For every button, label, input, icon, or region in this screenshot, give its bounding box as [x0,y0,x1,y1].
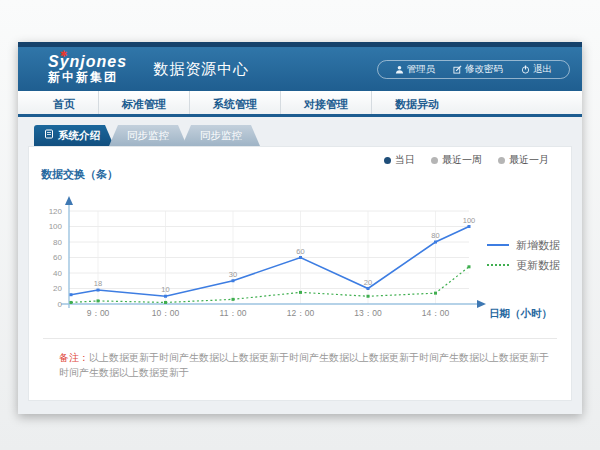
footnote: 备注：以上数据更新于时间产生数据以上数据更新于时间产生数据以上数据更新于时间产生… [59,350,555,380]
legend-label: 更新数据 [516,258,560,273]
logo-star-icon: ✱ [60,50,68,59]
svg-text:11：00: 11：00 [220,308,247,318]
svg-text:80: 80 [431,231,439,240]
footnote-prefix: 备注： [59,352,89,363]
legend-swatch-solid [487,244,509,246]
tab-sync-monitor-2[interactable]: 同步监控 [182,125,260,146]
filter-today[interactable]: 当日 [384,153,415,167]
radio-icon [384,157,391,164]
desktop-background: Synjones ✱ 新中新集团 数据资源中心 管理员 修改密码 [0,0,600,450]
nav-item-data-changes[interactable]: 数据异动 [371,91,462,114]
nav-item-system[interactable]: 系统管理 [189,91,280,114]
logout-label: 退出 [533,63,552,76]
svg-text:30: 30 [229,270,237,279]
logo-subtext: 新中新集团 [48,71,127,84]
filter-last-month[interactable]: 最近一月 [498,153,549,167]
logout-button[interactable]: 退出 [512,63,561,76]
time-range-filters: 当日 最近一周 最近一月 [384,153,549,167]
filter-label: 当日 [395,153,415,167]
nav-item-home[interactable]: 首页 [30,91,98,114]
change-password-label: 修改密码 [465,63,503,76]
svg-text:80: 80 [53,238,62,247]
user-menu[interactable]: 管理员 [386,63,445,76]
svg-text:日期（小时）: 日期（小时） [489,307,552,320]
content-area: 系统介绍 同步监控 同步监控 当日 最近一周 [18,117,582,409]
change-password-button[interactable]: 修改密码 [444,63,512,76]
tab-label: 系统介绍 [58,125,100,146]
filter-label: 最近一周 [442,153,482,167]
nav-item-standards[interactable]: 标准管理 [98,91,189,114]
svg-text:60: 60 [296,247,304,256]
svg-text:10：00: 10：00 [152,308,180,318]
divider [43,338,557,339]
tab-label: 同步监控 [127,125,169,146]
chart-panel: 当日 最近一周 最近一月 数据交换（条） 0204060801001209：00… [28,146,572,401]
document-icon [44,125,54,146]
filter-label: 最近一月 [509,153,549,167]
y-axis-title: 数据交换（条） [41,167,118,182]
user-name-label: 管理员 [407,63,436,76]
legend-label: 新增数据 [516,238,560,253]
radio-icon [431,157,438,164]
app-header: Synjones ✱ 新中新集团 数据资源中心 管理员 修改密码 [18,47,582,91]
svg-text:18: 18 [94,279,102,288]
tab-sync-monitor-1[interactable]: 同步监控 [109,125,187,146]
legend-swatch-dotted [487,264,509,266]
tab-system-intro[interactable]: 系统介绍 [34,125,114,146]
svg-text:9：00: 9：00 [87,308,110,318]
user-toolbar: 管理员 修改密码 退出 [377,60,571,79]
chart-legend: 新增数据 更新数据 [487,235,560,275]
svg-text:13：00: 13：00 [354,308,382,318]
legend-item-update-data[interactable]: 更新数据 [487,255,560,275]
radio-icon [498,157,505,164]
svg-text:40: 40 [53,269,62,278]
svg-text:100: 100 [49,222,63,231]
tab-label: 同步监控 [200,125,242,146]
footnote-text: 以上数据更新于时间产生数据以上数据更新于时间产生数据以上数据更新于时间产生数据以… [59,352,549,378]
svg-text:20: 20 [364,278,372,287]
svg-text:0: 0 [58,300,63,309]
tab-bar: 系统介绍 同步监控 同步监控 [28,125,572,146]
svg-text:60: 60 [53,253,62,262]
power-icon [521,65,530,74]
svg-text:10: 10 [161,285,169,294]
page-title: 数据资源中心 [153,60,249,79]
svg-text:12：00: 12：00 [287,308,315,318]
svg-text:100: 100 [463,216,476,225]
app-window: Synjones ✱ 新中新集团 数据资源中心 管理员 修改密码 [18,42,582,414]
legend-item-new-data[interactable]: 新增数据 [487,235,560,255]
svg-text:14：00: 14：00 [422,308,450,318]
company-logo: Synjones ✱ 新中新集团 [48,54,127,83]
edit-icon [453,65,462,74]
svg-text:20: 20 [53,284,62,293]
user-icon [395,65,404,74]
nav-item-integration[interactable]: 对接管理 [280,91,371,114]
svg-text:120: 120 [49,207,63,216]
main-nav: 首页 标准管理 系统管理 对接管理 数据异动 [18,91,582,117]
filter-last-week[interactable]: 最近一周 [431,153,482,167]
